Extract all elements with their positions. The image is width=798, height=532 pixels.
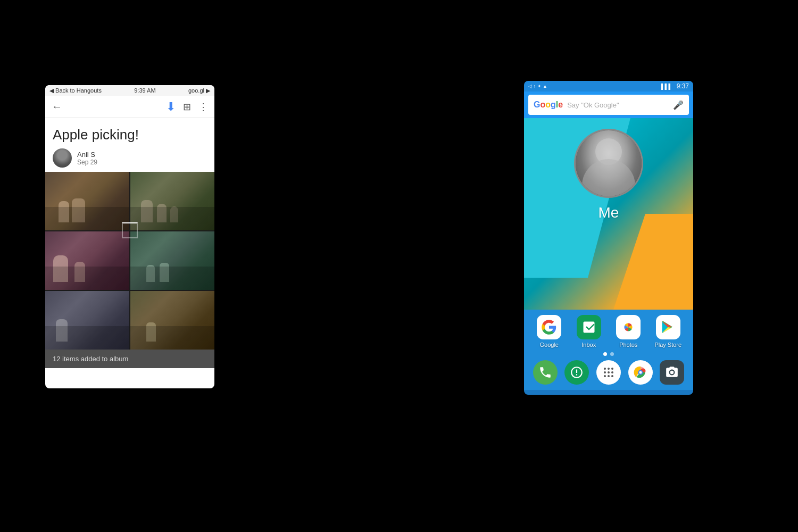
app-inbox[interactable]: Inbox bbox=[573, 315, 605, 348]
photos-app-icon[interactable] bbox=[616, 315, 641, 339]
svg-point-1 bbox=[608, 368, 610, 370]
app-chrome[interactable] bbox=[625, 360, 656, 385]
svg-point-2 bbox=[611, 368, 613, 370]
svg-point-0 bbox=[604, 368, 606, 370]
svg-point-7 bbox=[608, 375, 610, 377]
album-header: Apple picking! Anil S Sep 29 bbox=[45, 118, 214, 172]
bottom-bar: 12 items added to album bbox=[45, 350, 214, 368]
navigation-bar: ◁ ○ □ bbox=[524, 390, 693, 395]
right-status-bar: ◁ ↑ ✦ ▲ ▌▌▌ 9:37 bbox=[524, 81, 693, 92]
app-hangouts[interactable] bbox=[561, 360, 593, 385]
mic-icon[interactable]: 🎤 bbox=[673, 100, 684, 110]
app-photos[interactable]: Photos bbox=[612, 315, 644, 348]
phone-app-icon[interactable] bbox=[533, 360, 558, 385]
svg-point-11 bbox=[639, 371, 642, 374]
svg-point-8 bbox=[611, 375, 613, 377]
url-label[interactable]: goo.gl ▶ bbox=[188, 87, 210, 94]
left-time: 9:39 AM bbox=[134, 87, 155, 94]
photo-6[interactable] bbox=[130, 291, 214, 350]
photo-4[interactable] bbox=[130, 231, 214, 290]
wallpaper-yellow bbox=[613, 214, 693, 310]
svg-point-5 bbox=[611, 371, 613, 373]
dot-2 bbox=[610, 352, 614, 356]
album-date: Sep 29 bbox=[77, 159, 97, 166]
items-added-message: 12 items added to album bbox=[53, 355, 128, 363]
more-options-icon[interactable]: ⋮ bbox=[198, 101, 208, 113]
chrome-app-icon[interactable] bbox=[628, 360, 653, 385]
wallpaper-area: Me bbox=[524, 118, 693, 310]
user-avatar[interactable] bbox=[574, 129, 643, 198]
search-placeholder[interactable]: Say "Ok Google" bbox=[567, 101, 673, 109]
app-phone[interactable] bbox=[529, 360, 561, 385]
camera-app-icon[interactable] bbox=[660, 360, 684, 385]
app-row-1: Google Inbox bbox=[524, 313, 693, 350]
playstore-app-label: Play Store bbox=[654, 342, 681, 348]
back-button[interactable]: ← bbox=[52, 101, 62, 113]
user-profile-area: Me bbox=[524, 118, 693, 221]
photos-app-label: Photos bbox=[619, 342, 637, 348]
playstore-app-icon[interactable] bbox=[656, 315, 680, 339]
page-indicator bbox=[524, 350, 693, 358]
author-info: Anil S Sep 29 bbox=[77, 151, 97, 166]
photo-5[interactable] bbox=[45, 291, 129, 350]
inbox-app-icon[interactable] bbox=[577, 315, 601, 339]
svg-point-4 bbox=[608, 371, 610, 373]
svg-point-12 bbox=[670, 371, 674, 375]
author-avatar bbox=[53, 148, 72, 168]
user-name: Me bbox=[598, 204, 619, 221]
google-app-icon[interactable] bbox=[537, 315, 561, 339]
photo-2[interactable] bbox=[130, 172, 214, 230]
phone-left: ◀ Back to Hangouts 9:39 AM goo.gl ▶ ← ⬇ … bbox=[45, 85, 214, 388]
left-toolbar: ← ⬇ ⊞ ⋮ bbox=[45, 96, 214, 118]
status-icons: ◁ ↑ ✦ ▲ bbox=[528, 84, 547, 89]
phone-right: ◁ ↑ ✦ ▲ ▌▌▌ 9:37 G o o g l e Say "Ok Goo… bbox=[524, 81, 693, 395]
inbox-app-label: Inbox bbox=[581, 342, 596, 348]
google-logo: G o o g l e bbox=[534, 100, 563, 110]
toolbar-icons: ⬇ ⊞ ⋮ bbox=[166, 100, 208, 114]
back-to-hangouts-label[interactable]: ◀ Back to Hangouts bbox=[49, 87, 102, 94]
avatar-image bbox=[53, 148, 72, 168]
svg-point-3 bbox=[604, 371, 606, 373]
app-dock-row bbox=[524, 358, 693, 387]
album-author: Anil S Sep 29 bbox=[53, 148, 207, 168]
hangouts-app-icon[interactable] bbox=[564, 360, 589, 385]
launcher-app-icon[interactable] bbox=[596, 360, 621, 385]
download-icon[interactable]: ⬇ bbox=[166, 100, 176, 114]
album-title: Apple picking! bbox=[53, 127, 207, 143]
author-name: Anil S bbox=[77, 151, 97, 159]
google-search-bar[interactable]: G o o g l e Say "Ok Google" 🎤 bbox=[528, 95, 689, 115]
add-to-album-icon[interactable]: ⊞ bbox=[183, 101, 191, 113]
right-time: 9:37 bbox=[677, 82, 689, 90]
left-status-bar: ◀ Back to Hangouts 9:39 AM goo.gl ▶ bbox=[45, 85, 214, 96]
svg-point-6 bbox=[604, 375, 606, 377]
app-camera[interactable] bbox=[656, 360, 688, 385]
google-app-label: Google bbox=[540, 342, 559, 348]
app-launcher[interactable] bbox=[593, 360, 625, 385]
main-scene: ◀ Back to Hangouts 9:39 AM goo.gl ▶ ← ⬇ … bbox=[0, 0, 798, 532]
photo-1[interactable] bbox=[45, 172, 129, 230]
user-avatar-image bbox=[576, 130, 642, 196]
app-playstore[interactable]: Play Store bbox=[652, 315, 684, 348]
app-google[interactable]: Google bbox=[533, 315, 565, 348]
dot-1 bbox=[603, 352, 607, 356]
photo-3[interactable] bbox=[45, 231, 129, 290]
photo-grid bbox=[45, 172, 214, 350]
battery-icon: ▌▌▌ bbox=[661, 84, 672, 89]
